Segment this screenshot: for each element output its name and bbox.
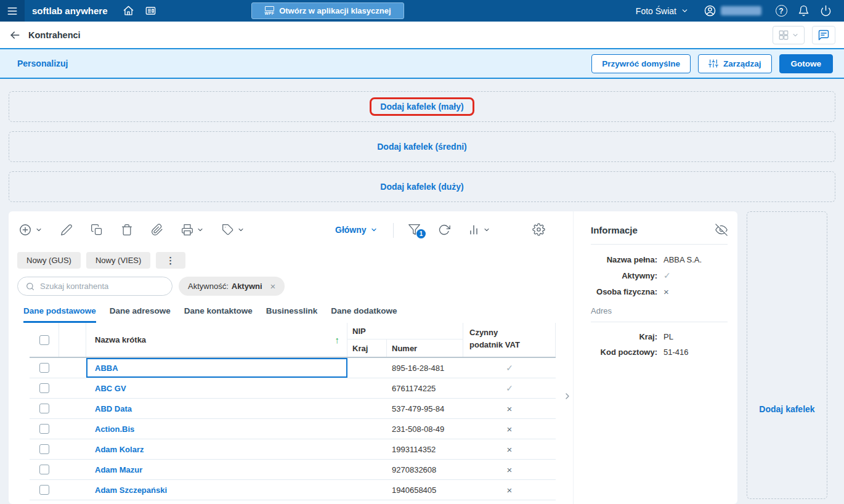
delete-icon [121,224,133,236]
tags-button[interactable] [222,224,245,236]
layout-grid-icon [778,30,789,41]
company-selector[interactable]: Foto Świat [636,6,689,16]
add-tile-side-button[interactable]: Dodaj kafelek [747,211,827,499]
row-checkbox[interactable] [39,465,49,474]
back-button[interactable] [9,29,21,41]
table-row[interactable]: Action.Bis 231-508-08-49 × [30,419,556,439]
analytics-button[interactable] [468,224,490,236]
column-header-name[interactable]: Nazwa krótka ↑ [86,323,347,357]
cell-name[interactable]: Adam Kolarz [86,439,347,459]
feedback-button[interactable] [812,26,835,44]
table-row[interactable]: Adam Mazur 9270832608 × [30,460,556,480]
page-title: Kontrahenci [28,30,81,40]
remove-filter-icon[interactable]: × [270,282,276,291]
add-tile-medium-button[interactable]: Dodaj kafelek (średni) [9,131,835,162]
user-avatar-button[interactable] [699,0,721,22]
column-header-kraj[interactable]: Kraj [347,339,387,357]
header-checkbox-cell [30,323,59,357]
hamburger-menu-button[interactable] [0,0,25,22]
add-tile-small-button[interactable]: Dodaj kafelek (mały) [9,91,835,122]
filter-button[interactable]: 1 [408,223,421,236]
info-section-label: Adres [591,306,728,315]
edit-record-button[interactable] [60,224,73,236]
cell-name[interactable]: Action.Bis [86,419,347,439]
notifications-button[interactable] [792,0,814,22]
restore-defaults-button[interactable]: Przywróć domyślne [591,54,691,73]
view-selector[interactable]: Główny [335,225,378,235]
annotation-highlight: Dodaj kafelek (mały) [370,97,474,116]
header-spacer-cell [59,323,86,357]
info-field-value: ✓ [663,270,671,280]
cell-name[interactable]: Adam Szczepański [86,480,347,500]
row-checkbox[interactable] [39,404,49,413]
cell-nip: 1940658405 [387,480,463,500]
cell-name-selected[interactable]: ABBA [86,358,347,378]
search-input[interactable] [40,282,164,291]
layout-switcher-button[interactable] [773,26,805,44]
add-record-button[interactable] [18,223,43,237]
copy-record-button[interactable] [91,224,103,236]
done-button[interactable]: Gotowe [779,54,834,73]
info-field-label: Osoba fizyczna: [591,287,657,296]
refresh-icon [438,224,450,236]
news-button[interactable] [140,0,162,22]
add-tile-side-label: Dodaj kafelek [747,404,827,414]
tab-dane-adresowe[interactable]: Dane adresowe [110,306,171,323]
tab-dane-podstawowe[interactable]: Dane podstawowe [23,306,96,323]
activity-filter-chip[interactable]: Aktywność: Aktywni × [179,277,285,296]
sort-asc-icon[interactable]: ↑ [335,335,340,345]
cell-name[interactable]: Adam Mazur [86,460,347,479]
vat-flag: ✓ [506,383,513,393]
help-button[interactable]: ? [770,0,792,22]
row-checkbox[interactable] [39,485,49,495]
manage-label: Zarządzaj [723,59,761,68]
power-icon [820,5,832,17]
row-checkbox[interactable] [39,383,49,393]
print-button[interactable] [181,224,204,236]
tab-dane-kontaktowe[interactable]: Dane kontaktowe [184,306,253,323]
column-vat-line2: podatnik VAT [469,339,555,351]
search-box [17,277,172,296]
back-arrow-icon [9,29,21,41]
manage-button[interactable]: Zarządzaj [698,54,772,73]
chevron-down-icon [483,226,490,234]
table-row[interactable]: ABD Data 537-479-95-84 × [30,399,556,419]
home-button[interactable] [118,0,140,22]
info-field-label: Nazwa pełna: [591,255,657,264]
cell-name[interactable]: ABC GV [86,378,347,398]
new-gus-button[interactable]: Nowy (GUS) [17,252,81,269]
tab-dane-dodatkowe[interactable]: Dane dodatkowe [331,306,397,323]
chevron-down-icon [237,226,245,234]
column-vat-line1: Czynny [469,327,555,339]
logout-button[interactable] [814,0,837,22]
attachments-button[interactable] [151,224,163,236]
hide-panel-button[interactable] [715,224,728,236]
add-tile-medium-label: Dodaj kafelek (średni) [377,142,467,152]
manage-icon [708,59,718,68]
row-checkbox[interactable] [39,424,49,434]
table-row[interactable]: ABBA 895-16-28-481 ✓ [30,358,556,378]
select-all-checkbox[interactable] [39,335,49,345]
table-row[interactable]: Adam Kolarz 1993114352 × [30,439,556,460]
grid-settings-button[interactable] [532,223,545,236]
column-header-numer[interactable]: Numer [387,339,463,357]
restore-defaults-label: Przywróć domyślne [602,59,680,68]
add-tile-large-button[interactable]: Dodaj kafelek (duży) [9,171,835,202]
column-header-vat[interactable]: Czynny podatnik VAT [463,323,556,357]
row-checkbox[interactable] [39,363,49,373]
new-vies-button[interactable]: Nowy (VIES) [86,252,150,269]
table-row[interactable]: Adam Szczepański 1940658405 × [30,480,556,500]
divider [591,244,728,245]
vat-flag: × [507,424,513,434]
column-header-nip[interactable]: NIP [347,323,463,339]
contractors-table: Nazwa krótka ↑ NIP Kraj Numer Czynny [30,323,556,500]
more-actions-button[interactable]: ⋮ [156,252,185,269]
refresh-button[interactable] [438,224,450,236]
tab-businesslink[interactable]: Businesslink [266,306,317,323]
table-row[interactable]: ABC GV 6761174225 ✓ [30,378,556,399]
delete-record-button[interactable] [121,224,133,236]
cell-name[interactable]: ABD Data [86,399,347,418]
row-checkbox[interactable] [39,444,49,454]
open-classic-button[interactable]: WPF Otwórz w aplikacji klasycznej [251,2,404,19]
brand-logo: softlab anywhere [32,6,108,16]
